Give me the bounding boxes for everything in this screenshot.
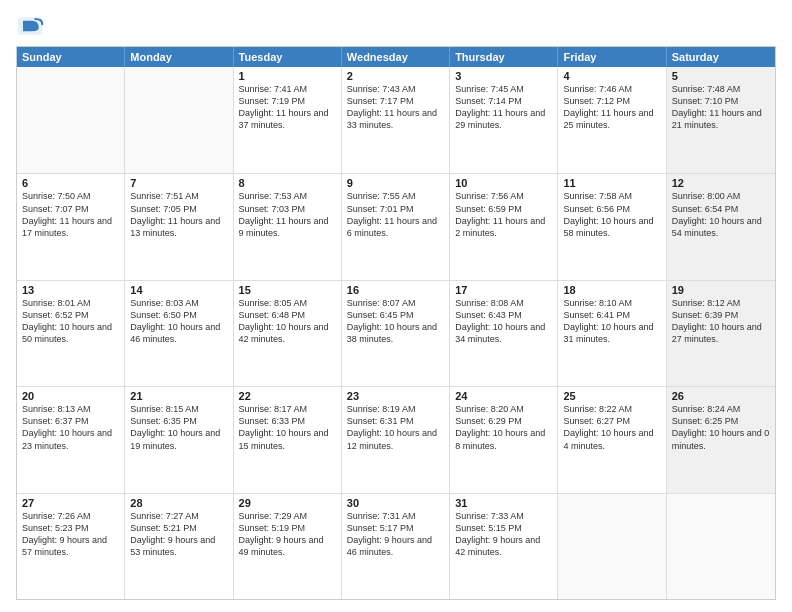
cell-info: Sunrise: 8:08 AM Sunset: 6:43 PM Dayligh…	[455, 297, 552, 346]
cal-cell: 2Sunrise: 7:43 AM Sunset: 7:17 PM Daylig…	[342, 67, 450, 173]
cell-info: Sunrise: 8:07 AM Sunset: 6:45 PM Dayligh…	[347, 297, 444, 346]
cell-info: Sunrise: 7:51 AM Sunset: 7:05 PM Dayligh…	[130, 190, 227, 239]
cell-info: Sunrise: 7:41 AM Sunset: 7:19 PM Dayligh…	[239, 83, 336, 132]
header-day-wednesday: Wednesday	[342, 47, 450, 67]
header-day-thursday: Thursday	[450, 47, 558, 67]
cal-cell: 7Sunrise: 7:51 AM Sunset: 7:05 PM Daylig…	[125, 174, 233, 279]
day-number: 20	[22, 390, 119, 402]
header-day-monday: Monday	[125, 47, 233, 67]
cal-cell: 16Sunrise: 8:07 AM Sunset: 6:45 PM Dayli…	[342, 281, 450, 386]
cell-info: Sunrise: 7:31 AM Sunset: 5:17 PM Dayligh…	[347, 510, 444, 559]
header-day-sunday: Sunday	[17, 47, 125, 67]
day-number: 29	[239, 497, 336, 509]
day-number: 28	[130, 497, 227, 509]
cal-cell: 5Sunrise: 7:48 AM Sunset: 7:10 PM Daylig…	[667, 67, 775, 173]
day-number: 18	[563, 284, 660, 296]
calendar-row-5: 27Sunrise: 7:26 AM Sunset: 5:23 PM Dayli…	[17, 493, 775, 599]
cal-cell: 31Sunrise: 7:33 AM Sunset: 5:15 PM Dayli…	[450, 494, 558, 599]
day-number: 1	[239, 70, 336, 82]
day-number: 15	[239, 284, 336, 296]
cal-cell: 28Sunrise: 7:27 AM Sunset: 5:21 PM Dayli…	[125, 494, 233, 599]
day-number: 30	[347, 497, 444, 509]
cal-cell: 1Sunrise: 7:41 AM Sunset: 7:19 PM Daylig…	[234, 67, 342, 173]
cell-info: Sunrise: 7:46 AM Sunset: 7:12 PM Dayligh…	[563, 83, 660, 132]
cell-info: Sunrise: 7:29 AM Sunset: 5:19 PM Dayligh…	[239, 510, 336, 559]
day-number: 23	[347, 390, 444, 402]
cal-cell	[558, 494, 666, 599]
cal-cell: 26Sunrise: 8:24 AM Sunset: 6:25 PM Dayli…	[667, 387, 775, 492]
cal-cell: 15Sunrise: 8:05 AM Sunset: 6:48 PM Dayli…	[234, 281, 342, 386]
cell-info: Sunrise: 8:19 AM Sunset: 6:31 PM Dayligh…	[347, 403, 444, 452]
cal-cell	[17, 67, 125, 173]
calendar-row-4: 20Sunrise: 8:13 AM Sunset: 6:37 PM Dayli…	[17, 386, 775, 492]
page: SundayMondayTuesdayWednesdayThursdayFrid…	[0, 0, 792, 612]
day-number: 3	[455, 70, 552, 82]
cell-info: Sunrise: 7:58 AM Sunset: 6:56 PM Dayligh…	[563, 190, 660, 239]
day-number: 5	[672, 70, 770, 82]
cell-info: Sunrise: 7:56 AM Sunset: 6:59 PM Dayligh…	[455, 190, 552, 239]
calendar-body: 1Sunrise: 7:41 AM Sunset: 7:19 PM Daylig…	[17, 67, 775, 599]
cell-info: Sunrise: 8:13 AM Sunset: 6:37 PM Dayligh…	[22, 403, 119, 452]
day-number: 10	[455, 177, 552, 189]
logo-icon	[16, 12, 44, 40]
day-number: 11	[563, 177, 660, 189]
day-number: 16	[347, 284, 444, 296]
day-number: 13	[22, 284, 119, 296]
day-number: 25	[563, 390, 660, 402]
day-number: 4	[563, 70, 660, 82]
calendar: SundayMondayTuesdayWednesdayThursdayFrid…	[16, 46, 776, 600]
cell-info: Sunrise: 7:33 AM Sunset: 5:15 PM Dayligh…	[455, 510, 552, 559]
cell-info: Sunrise: 7:50 AM Sunset: 7:07 PM Dayligh…	[22, 190, 119, 239]
calendar-row-1: 1Sunrise: 7:41 AM Sunset: 7:19 PM Daylig…	[17, 67, 775, 173]
cal-cell: 14Sunrise: 8:03 AM Sunset: 6:50 PM Dayli…	[125, 281, 233, 386]
cell-info: Sunrise: 8:17 AM Sunset: 6:33 PM Dayligh…	[239, 403, 336, 452]
cal-cell: 24Sunrise: 8:20 AM Sunset: 6:29 PM Dayli…	[450, 387, 558, 492]
day-number: 31	[455, 497, 552, 509]
cal-cell: 27Sunrise: 7:26 AM Sunset: 5:23 PM Dayli…	[17, 494, 125, 599]
header-day-saturday: Saturday	[667, 47, 775, 67]
cell-info: Sunrise: 8:10 AM Sunset: 6:41 PM Dayligh…	[563, 297, 660, 346]
cell-info: Sunrise: 8:12 AM Sunset: 6:39 PM Dayligh…	[672, 297, 770, 346]
day-number: 19	[672, 284, 770, 296]
day-number: 24	[455, 390, 552, 402]
cal-cell: 12Sunrise: 8:00 AM Sunset: 6:54 PM Dayli…	[667, 174, 775, 279]
day-number: 6	[22, 177, 119, 189]
day-number: 17	[455, 284, 552, 296]
cal-cell: 19Sunrise: 8:12 AM Sunset: 6:39 PM Dayli…	[667, 281, 775, 386]
cell-info: Sunrise: 7:45 AM Sunset: 7:14 PM Dayligh…	[455, 83, 552, 132]
day-number: 2	[347, 70, 444, 82]
header-day-tuesday: Tuesday	[234, 47, 342, 67]
cal-cell: 30Sunrise: 7:31 AM Sunset: 5:17 PM Dayli…	[342, 494, 450, 599]
cal-cell: 29Sunrise: 7:29 AM Sunset: 5:19 PM Dayli…	[234, 494, 342, 599]
cal-cell: 8Sunrise: 7:53 AM Sunset: 7:03 PM Daylig…	[234, 174, 342, 279]
cell-info: Sunrise: 7:53 AM Sunset: 7:03 PM Dayligh…	[239, 190, 336, 239]
day-number: 12	[672, 177, 770, 189]
day-number: 22	[239, 390, 336, 402]
day-number: 21	[130, 390, 227, 402]
calendar-row-2: 6Sunrise: 7:50 AM Sunset: 7:07 PM Daylig…	[17, 173, 775, 279]
cal-cell: 11Sunrise: 7:58 AM Sunset: 6:56 PM Dayli…	[558, 174, 666, 279]
day-number: 8	[239, 177, 336, 189]
cell-info: Sunrise: 7:26 AM Sunset: 5:23 PM Dayligh…	[22, 510, 119, 559]
cell-info: Sunrise: 8:24 AM Sunset: 6:25 PM Dayligh…	[672, 403, 770, 452]
day-number: 14	[130, 284, 227, 296]
cell-info: Sunrise: 7:48 AM Sunset: 7:10 PM Dayligh…	[672, 83, 770, 132]
cal-cell: 18Sunrise: 8:10 AM Sunset: 6:41 PM Dayli…	[558, 281, 666, 386]
cal-cell: 22Sunrise: 8:17 AM Sunset: 6:33 PM Dayli…	[234, 387, 342, 492]
cal-cell	[667, 494, 775, 599]
cal-cell: 10Sunrise: 7:56 AM Sunset: 6:59 PM Dayli…	[450, 174, 558, 279]
logo	[16, 12, 48, 40]
calendar-header: SundayMondayTuesdayWednesdayThursdayFrid…	[17, 47, 775, 67]
cal-cell: 25Sunrise: 8:22 AM Sunset: 6:27 PM Dayli…	[558, 387, 666, 492]
cell-info: Sunrise: 7:55 AM Sunset: 7:01 PM Dayligh…	[347, 190, 444, 239]
cal-cell: 13Sunrise: 8:01 AM Sunset: 6:52 PM Dayli…	[17, 281, 125, 386]
cal-cell: 3Sunrise: 7:45 AM Sunset: 7:14 PM Daylig…	[450, 67, 558, 173]
cal-cell: 9Sunrise: 7:55 AM Sunset: 7:01 PM Daylig…	[342, 174, 450, 279]
cell-info: Sunrise: 7:27 AM Sunset: 5:21 PM Dayligh…	[130, 510, 227, 559]
day-number: 26	[672, 390, 770, 402]
cell-info: Sunrise: 7:43 AM Sunset: 7:17 PM Dayligh…	[347, 83, 444, 132]
cell-info: Sunrise: 8:15 AM Sunset: 6:35 PM Dayligh…	[130, 403, 227, 452]
header	[16, 12, 776, 40]
day-number: 7	[130, 177, 227, 189]
cal-cell: 17Sunrise: 8:08 AM Sunset: 6:43 PM Dayli…	[450, 281, 558, 386]
